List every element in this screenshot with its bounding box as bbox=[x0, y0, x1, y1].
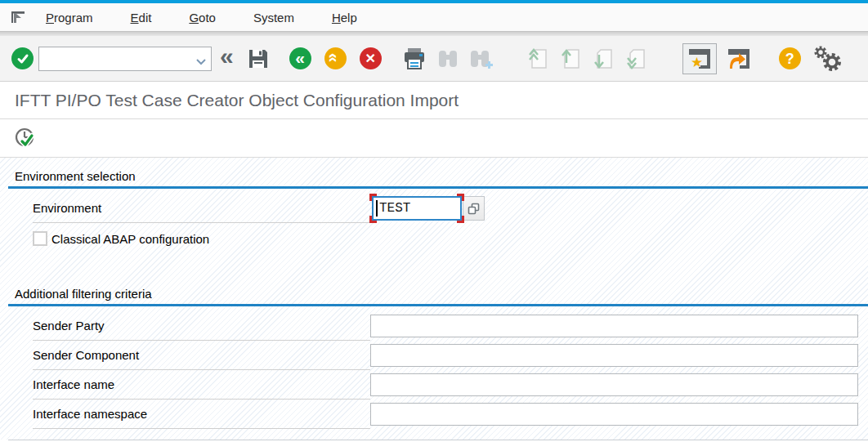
menu-edit[interactable]: Edit bbox=[131, 11, 152, 25]
print-icon[interactable] bbox=[401, 47, 427, 71]
text-cursor bbox=[376, 200, 378, 217]
filtering-section-header: Additional filtering criteria bbox=[8, 275, 868, 304]
menu-program[interactable]: Program bbox=[46, 11, 93, 25]
interface-name-row: Interface name bbox=[33, 370, 858, 400]
next-page-icon[interactable] bbox=[593, 47, 617, 71]
interface-namespace-row: Interface namespace bbox=[33, 400, 858, 429]
execute-icon[interactable] bbox=[13, 126, 38, 150]
menu-system[interactable]: System bbox=[253, 11, 294, 25]
first-page-icon[interactable] bbox=[527, 47, 552, 71]
sender-party-row: Sender Party bbox=[33, 311, 858, 341]
environment-label: Environment bbox=[33, 194, 372, 223]
environment-section-underline bbox=[8, 186, 868, 189]
environment-section: Environment selection Environment bbox=[8, 158, 868, 275]
menu-help[interactable]: Help bbox=[332, 11, 357, 25]
screen-menu-icon[interactable] bbox=[10, 9, 31, 25]
exit-icon[interactable]: « bbox=[324, 47, 347, 69]
interface-name-label: Interface name bbox=[33, 370, 370, 400]
interface-namespace-input[interactable] bbox=[370, 403, 858, 426]
panel-bottom-border bbox=[8, 429, 868, 440]
standard-toolbar: « « « ✕ bbox=[0, 36, 868, 82]
classical-abap-checkbox[interactable] bbox=[33, 231, 47, 246]
command-field-chevron-down-icon[interactable] bbox=[195, 54, 207, 69]
classical-abap-label: Classical ABAP configuration bbox=[51, 232, 209, 246]
environment-input-wrap bbox=[372, 196, 462, 221]
environment-row: Environment bbox=[33, 194, 858, 223]
previous-page-icon[interactable] bbox=[560, 47, 584, 71]
sender-party-input[interactable] bbox=[370, 315, 858, 337]
sender-component-label: Sender Component bbox=[33, 341, 370, 370]
collapse-toolbar-icon[interactable]: « bbox=[220, 44, 234, 69]
back-icon[interactable]: « bbox=[289, 47, 311, 69]
sender-component-row: Sender Component bbox=[33, 341, 858, 370]
command-field-input[interactable] bbox=[38, 47, 212, 71]
screen-body: Environment selection Environment bbox=[0, 158, 868, 440]
environment-section-header: Environment selection bbox=[8, 158, 868, 186]
customize-icon[interactable] bbox=[814, 46, 842, 72]
multiple-selection-icon[interactable] bbox=[463, 196, 485, 221]
page-title: IFTT PI/PO Test Case Creator Object Conf… bbox=[15, 91, 459, 110]
cancel-icon[interactable]: ✕ bbox=[360, 47, 382, 69]
help-icon[interactable]: ? bbox=[779, 47, 801, 69]
find-next-icon[interactable] bbox=[468, 47, 494, 70]
environment-input[interactable] bbox=[372, 196, 462, 221]
interface-name-input[interactable] bbox=[370, 373, 858, 396]
sender-party-label: Sender Party bbox=[33, 311, 370, 341]
new-session-icon[interactable]: ★ bbox=[682, 43, 717, 74]
last-page-icon[interactable] bbox=[625, 47, 650, 71]
application-toolbar bbox=[0, 119, 868, 158]
classical-abap-row: Classical ABAP configuration bbox=[33, 225, 868, 252]
title-bar: IFTT PI/PO Test Case Creator Object Conf… bbox=[0, 82, 868, 119]
sender-component-input[interactable] bbox=[370, 344, 858, 367]
enter-icon[interactable] bbox=[11, 47, 34, 69]
filtering-section: Additional filtering criteria Sender Par… bbox=[8, 275, 868, 440]
interface-namespace-label: Interface namespace bbox=[33, 400, 370, 429]
menu-bar: Program Edit Goto System Help bbox=[0, 3, 868, 31]
shortcut-icon[interactable] bbox=[725, 47, 751, 71]
menu-goto[interactable]: Goto bbox=[189, 11, 216, 25]
save-icon[interactable] bbox=[247, 47, 270, 70]
find-icon[interactable] bbox=[436, 47, 460, 70]
svg-text:★: ★ bbox=[691, 55, 703, 70]
filtering-section-underline bbox=[8, 304, 868, 306]
